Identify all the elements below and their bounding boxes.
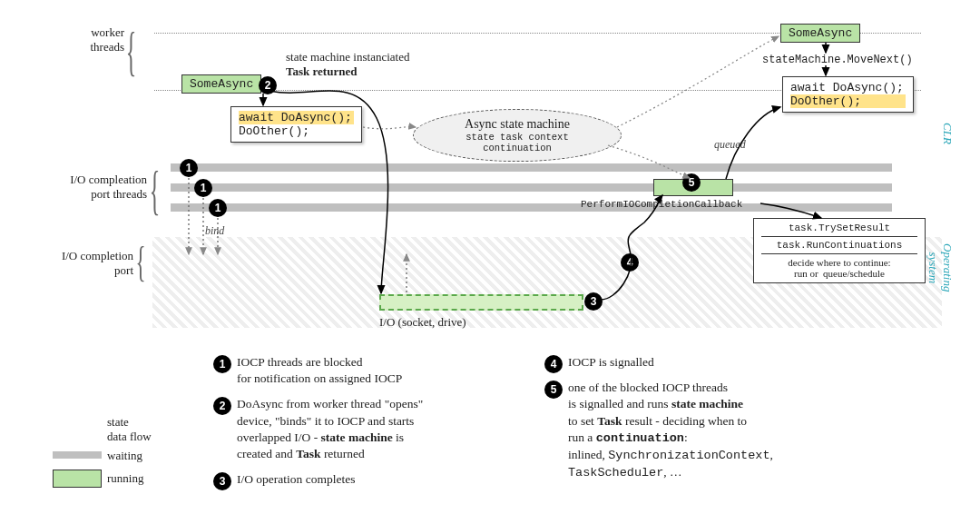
thread-bar xyxy=(171,163,892,172)
marker-4: 4 xyxy=(544,355,563,373)
async-state-machine-blob: Async state machine state task context c… xyxy=(413,109,622,162)
desc-col-1: 1 IOCP threads are blocked for notificat… xyxy=(213,354,526,498)
callback-box: task.TrySetResult task.RunContinuations … xyxy=(753,218,926,283)
legend-running-box xyxy=(53,470,102,488)
someasync-box-1: SomeAsync xyxy=(181,74,261,94)
iocp-port-label: I/O completion port xyxy=(29,249,133,278)
bind-label: bind xyxy=(205,224,224,238)
desc-col-2: 4 IOCP is signalled 5 one of the blocked… xyxy=(544,354,926,491)
sm-instantiated-label: state machine instanciated Task returned xyxy=(286,50,409,79)
marker-1: 1 xyxy=(180,159,198,177)
thread-bar xyxy=(171,203,892,212)
code-box-1: await DoAsync(); DoOther(); xyxy=(230,106,362,143)
perform-callback-label: PerformIOCompletionCallback xyxy=(581,199,742,210)
queued-label: queued xyxy=(714,138,746,152)
io-channel-label: I/O (socket, drive) xyxy=(379,315,466,330)
legend-state-dataflow: state data flow xyxy=(107,415,152,444)
curly-brace-icon: { xyxy=(126,20,137,83)
marker-5: 5 xyxy=(682,173,701,192)
clr-side-label: CLR xyxy=(940,123,955,144)
marker-3: 3 xyxy=(213,472,231,490)
code-box-2: await DoAsync(); DoOther(); xyxy=(782,76,914,113)
marker-2: 2 xyxy=(213,397,231,415)
legend-waiting: waiting xyxy=(107,449,142,463)
os-side-label: Operating system xyxy=(926,243,955,292)
doother-line: DoOther(); xyxy=(239,124,309,138)
curly-brace-icon: { xyxy=(136,238,146,286)
marker-4: 4 xyxy=(621,253,639,272)
someasync-box-2: SomeAsync xyxy=(780,24,860,43)
legend-waiting-bar xyxy=(53,451,102,459)
worker-threads-label: worker threads xyxy=(29,25,124,54)
marker-1: 1 xyxy=(209,199,227,217)
curly-brace-icon: { xyxy=(150,159,161,222)
marker-5: 5 xyxy=(544,381,563,399)
await-line: await DoAsync(); xyxy=(239,111,354,124)
marker-3: 3 xyxy=(584,292,603,311)
marker-2: 2 xyxy=(259,76,277,94)
iocp-threads-label: I/O compleation port threads xyxy=(20,173,147,202)
thread-bar xyxy=(171,183,892,192)
io-channel-bar xyxy=(379,294,583,311)
marker-1: 1 xyxy=(194,179,212,197)
await-line: await DoAsync(); xyxy=(790,81,904,94)
doother-line: DoOther(); xyxy=(790,94,906,108)
movenext-label: stateMachine.MoveNext() xyxy=(762,54,913,66)
legend-running: running xyxy=(107,471,143,486)
marker-1: 1 xyxy=(213,355,231,373)
